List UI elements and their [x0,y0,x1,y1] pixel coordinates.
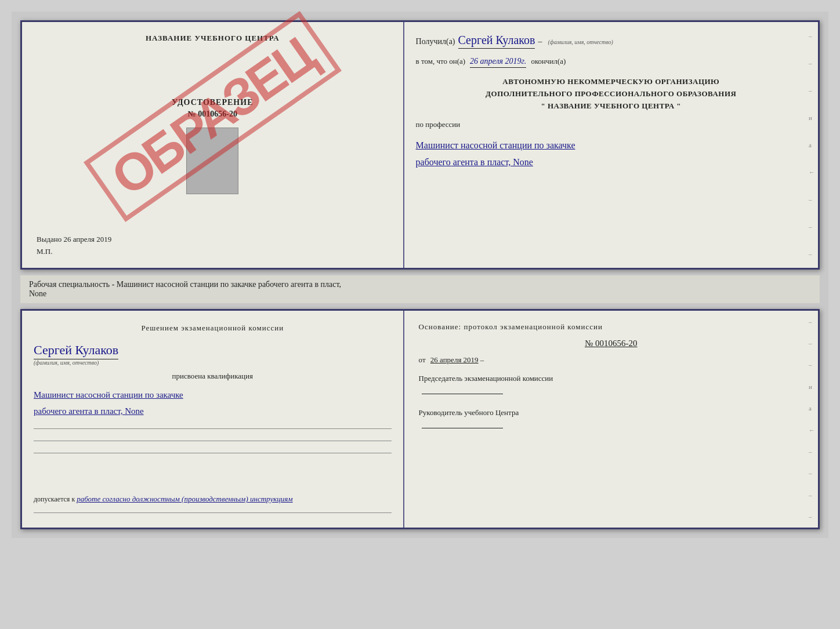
cert-bottom-left: Решением экзаменационной комиссии Сергей… [22,311,404,528]
prisvoena-text: присвоена квалификация [34,372,392,381]
mark-8: – [809,223,815,230]
bmark-4: и [809,383,815,390]
divider-line-1 [34,428,392,429]
bmark-6: ← [809,427,815,434]
bmark-5: а [809,405,815,412]
bmark-7: – [809,448,815,455]
recipient-name: Сергей Кулаков [458,34,535,49]
ot-prefix: от [419,355,426,364]
separator-line2: None [29,289,811,299]
dopuskaetsya-row: допускается к работе согласно должностны… [34,495,392,504]
mark-9: – [809,250,815,257]
obrazec-stamp-container: ОБРАЗЕЦ [34,80,392,153]
right-side-marks: – – – и а ← – – – [809,22,815,268]
vtom-prefix: в том, что он(а) [416,57,466,66]
cert-bottom-right: – – – и а ← – – – – Основание: протокол … [404,311,818,528]
po-professii: по профессии [416,120,806,129]
rukovoditel-line [419,419,803,432]
org-line2: ДОПОЛНИТЕЛЬНОГО ПРОФЕССИОНАЛЬНОГО ОБРАЗО… [416,88,806,100]
bmark-10: – [809,513,815,520]
org-name: " НАЗВАНИЕ УЧЕБНОГО ЦЕНТРА " [416,100,806,112]
divider-line-2 [34,441,392,441]
cert-left: НАЗВАНИЕ УЧЕБНОГО ЦЕНТРА ОБРАЗЕЦ УДОСТОВ… [22,22,404,268]
mark-5: а [809,141,815,148]
bmark-1: – [809,318,815,325]
org-block: АВТОНОМНУЮ НЕКОММЕРЧЕСКУЮ ОРГАНИЗАЦИЮ ДО… [416,76,806,112]
mark-6: ← [809,169,815,176]
mp-row: М.П. [31,247,52,256]
profession-line1: Машинист насосной станции по закачке [416,137,806,154]
bottom-recipient-name: Сергей Кулаков [34,343,118,359]
ot-date-row: от 26 апреля 2019 – [419,355,803,365]
page-container: НАЗВАНИЕ УЧЕБНОГО ЦЕНТРА ОБРАЗЕЦ УДОСТОВ… [12,12,828,538]
dopuskaetsya-prefix: допускается к [34,495,75,503]
cert-right: – – – и а ← – – – Получил(а) Сергей Кула… [404,22,818,268]
rukovoditel-block: Руководитель учебного Центра [419,406,803,433]
qualification-line1: Машинист насосной станции по закачке [34,387,392,403]
certificate-bottom: Решением экзаменационной комиссии Сергей… [20,309,820,529]
poluchil-row: Получил(а) Сергей Кулаков – (фамилия, им… [416,34,806,49]
qualification-line2: рабочего агента в пласт, None [34,403,392,420]
resheniem-title: Решением экзаменационной комиссии [34,322,392,334]
osnovanie-title: Основание: протокол экзаменационной коми… [419,322,803,332]
bottom-name-block: Сергей Кулаков (фамилия, имя, отчество) [34,340,392,366]
bottom-fio-label: (фамилия, имя, отчество) [34,359,392,366]
separator-text: Рабочая специальность - Машинист насосно… [20,275,820,303]
mark-7: – [809,196,815,203]
vydano-label: Выдано [37,235,61,243]
poluchil-prefix: Получил(а) [416,37,455,46]
bmark-9: – [809,492,815,499]
bottom-qualification-block: Машинист насосной станции по закачке раб… [34,387,392,420]
bmark-8: – [809,470,815,477]
mark-1: – [809,32,815,39]
vtom-row: в том, что он(а) 26 апреля 2019г. окончи… [416,57,806,68]
cert-date: 26 апреля 2019г. [470,57,526,68]
predsedatel-line [419,385,803,398]
okonchil: окончил(а) [531,57,566,66]
bmark-3: – [809,361,815,368]
fio-label: (фамилия, имя, отчество) [548,39,613,45]
profession-line2: рабочего агента в пласт, None [416,154,806,171]
mark-3: – [809,87,815,94]
dopusk-value: работе согласно должностным (производств… [77,495,292,503]
rukovoditel-title: Руководитель учебного Центра [419,406,803,419]
org-line1: АВТОНОМНУЮ НЕКОММЕРЧЕСКУЮ ОРГАНИЗАЦИЮ [416,76,806,88]
ot-dash: – [480,355,484,364]
rukovoditel-signature-line [422,428,503,428]
dash-separator: – [538,37,542,46]
predsedatel-signature-line [422,394,503,394]
mark-2: – [809,60,815,67]
vydano-date: 26 апреля 2019 [64,235,112,243]
ot-date-value: 26 апреля 2019 [430,355,479,364]
divider-line-4 [34,512,392,513]
predsedatel-title: Председатель экзаменационной комиссии [419,372,803,385]
predsedatel-block: Председатель экзаменационной комиссии [419,372,803,399]
certificate-top: НАЗВАНИЕ УЧЕБНОГО ЦЕНТРА ОБРАЗЕЦ УДОСТОВ… [20,20,820,270]
bottom-right-side-marks: – – – и а ← – – – – [809,311,815,528]
separator-line1: Рабочая специальность - Машинист насосно… [29,280,811,289]
protocol-number: № 0010656-20 [419,339,803,348]
profession-block: Машинист насосной станции по закачке раб… [416,137,806,171]
vydano-row: Выдано 26 апреля 2019 [31,235,111,244]
divider-line-3 [34,453,392,453]
mark-4: и [809,114,815,121]
bmark-2: – [809,340,815,347]
